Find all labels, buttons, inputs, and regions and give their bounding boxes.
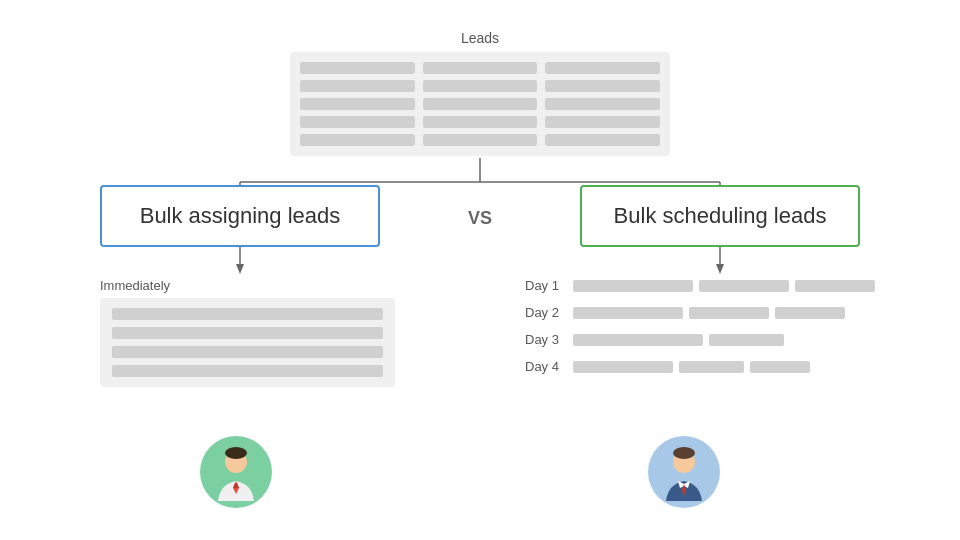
table-bar <box>423 80 538 92</box>
day-bar <box>699 280 789 292</box>
day-row-2: Day 2 <box>525 305 895 320</box>
leads-label: Leads <box>461 30 499 46</box>
day-bars-1 <box>573 280 895 292</box>
table-bar <box>300 98 415 110</box>
day-row-4: Day 4 <box>525 359 895 374</box>
table-col-1 <box>300 62 415 146</box>
day-label-4: Day 4 <box>525 359 563 374</box>
day-bar <box>573 280 693 292</box>
imm-bar <box>112 327 383 339</box>
day-row-1: Day 1 <box>525 278 895 293</box>
table-bar <box>545 80 660 92</box>
avatar-right <box>648 436 720 512</box>
day-bars-4 <box>573 361 895 373</box>
day-bar <box>750 361 810 373</box>
table-bar <box>545 98 660 110</box>
day-bar <box>679 361 744 373</box>
bulk-scheduling-box: Bulk scheduling leads <box>580 185 860 247</box>
day-bar <box>795 280 875 292</box>
leads-table-container: Leads <box>290 30 670 156</box>
days-container: Day 1 Day 2 Day 3 Day 4 <box>525 278 895 374</box>
imm-bar <box>112 308 383 320</box>
day-bars-3 <box>573 334 895 346</box>
day-label-2: Day 2 <box>525 305 563 320</box>
leads-table <box>290 52 670 156</box>
immediately-label: Immediately <box>100 278 170 293</box>
bulk-assigning-title: Bulk assigning leads <box>140 203 341 229</box>
table-bar <box>423 98 538 110</box>
imm-bar <box>112 346 383 358</box>
table-bar <box>300 62 415 74</box>
table-bar <box>423 62 538 74</box>
table-bar <box>300 80 415 92</box>
avatar-left <box>200 436 272 512</box>
table-bar <box>300 116 415 128</box>
imm-bar <box>112 365 383 377</box>
svg-point-16 <box>673 447 695 459</box>
table-bar <box>423 116 538 128</box>
day-bars-2 <box>573 307 895 319</box>
svg-marker-6 <box>236 264 244 274</box>
vs-label: VS <box>468 208 492 229</box>
day-bar <box>573 307 683 319</box>
table-bar <box>545 116 660 128</box>
day-bar <box>689 307 769 319</box>
bulk-assigning-box: Bulk assigning leads <box>100 185 380 247</box>
table-bar <box>300 134 415 146</box>
bulk-scheduling-title: Bulk scheduling leads <box>614 203 827 229</box>
day-bar <box>775 307 845 319</box>
immediately-table <box>100 298 395 387</box>
day-bar <box>709 334 784 346</box>
svg-marker-8 <box>716 264 724 274</box>
day-row-3: Day 3 <box>525 332 895 347</box>
day-bar <box>573 361 673 373</box>
svg-point-11 <box>225 447 247 459</box>
day-label-1: Day 1 <box>525 278 563 293</box>
table-bar <box>545 134 660 146</box>
table-col-3 <box>545 62 660 146</box>
table-col-2 <box>423 62 538 146</box>
avatar-right-svg <box>648 436 720 508</box>
table-bar <box>423 134 538 146</box>
diagram: Leads <box>0 0 960 540</box>
day-label-3: Day 3 <box>525 332 563 347</box>
avatar-left-svg <box>200 436 272 508</box>
day-bar <box>573 334 703 346</box>
table-bar <box>545 62 660 74</box>
